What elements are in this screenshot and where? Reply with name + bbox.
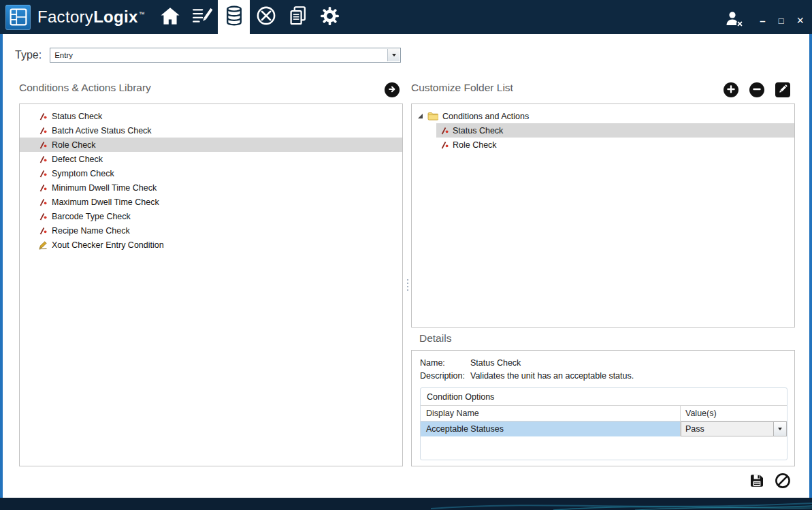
condition-icon [38, 140, 48, 150]
window-frame-bottom [0, 498, 812, 510]
library-item-label: Xout Checker Entry Condition [52, 240, 164, 250]
condition-icon [38, 212, 48, 221]
app-title-bold: Logix [93, 7, 138, 26]
library-item[interactable]: Barcode Type Check [20, 209, 402, 223]
library-item-label: Maximum Dwell Time Check [52, 197, 159, 207]
library-item[interactable]: Status Check [20, 109, 402, 123]
folder-icon [427, 112, 438, 121]
close-button[interactable]: × [796, 14, 804, 27]
value-combo[interactable]: Pass [681, 421, 787, 436]
detail-description-value: Validates the unit has an acceptable sta… [470, 371, 634, 381]
settings-icon [319, 5, 340, 29]
move-right-icon [388, 84, 396, 96]
folder-actions [411, 82, 795, 97]
library-item-label: Symptom Check [52, 169, 114, 178]
condition-icon [38, 226, 48, 236]
library-title: Conditions & Actions Library [19, 82, 151, 94]
type-select[interactable]: Entry [50, 48, 401, 63]
panel-splitter[interactable] [404, 103, 410, 466]
cancel-button[interactable] [775, 473, 791, 492]
library-item[interactable]: Minimum Dwell Time Check [20, 180, 402, 195]
condition-icon [38, 126, 48, 136]
nav-settings[interactable] [314, 0, 346, 34]
library-icon [225, 5, 243, 29]
library-item[interactable]: Symptom Check [20, 166, 402, 180]
nav-work-instructions[interactable] [186, 0, 218, 34]
library-item-label: Status Check [52, 112, 102, 121]
nav-documents[interactable] [282, 0, 314, 34]
condition-icon [440, 126, 449, 136]
tree-root-label: Conditions and Actions [442, 112, 529, 121]
condition-icon [38, 112, 48, 121]
options-table-header: Display Name Value(s) [421, 406, 787, 421]
library-item[interactable]: Role Check [20, 138, 402, 152]
option-value-cell: Pass [681, 421, 787, 436]
user-signout-button[interactable] [724, 10, 744, 31]
folder-tree: Conditions and Actions Status CheckRole … [411, 103, 795, 328]
library-item[interactable]: Xout Checker Entry Condition [20, 238, 402, 252]
titlebar-right: – □ × [724, 0, 804, 34]
content-panel: Type: Entry Conditions & Actions Library… [3, 34, 809, 498]
remove-folder-item-button[interactable] [749, 82, 764, 97]
tree-root-node[interactable]: Conditions and Actions [412, 109, 794, 123]
app-window: FactoryLogix™ [0, 0, 812, 510]
condition-options-group: Condition Options Display Name Value(s) … [420, 387, 787, 460]
signature-icon [38, 240, 48, 250]
add-folder-item-icon [727, 84, 735, 96]
library-item-label: Barcode Type Check [52, 212, 131, 221]
edit-folder-item-button[interactable] [775, 82, 790, 97]
condition-icon [440, 140, 449, 150]
add-folder-item-button[interactable] [724, 82, 738, 97]
detail-name-label: Name: [420, 358, 470, 368]
condition-options-title: Condition Options [421, 388, 787, 405]
condition-icon [38, 169, 48, 178]
column-header-display-name: Display Name [421, 406, 681, 421]
move-right-button[interactable] [385, 82, 400, 97]
details-box: Name: Status Check Description: Validate… [411, 350, 795, 466]
tree-child-label: Role Check [453, 140, 497, 150]
type-label: Type: [15, 49, 42, 61]
column-header-values: Value(s) [681, 406, 787, 421]
option-display-name-cell[interactable]: Acceptable Statuses [421, 421, 681, 436]
tree-children: Status CheckRole Check [412, 123, 794, 152]
save-button[interactable] [749, 473, 764, 491]
minimize-button[interactable]: – [760, 16, 765, 26]
condition-icon [38, 183, 48, 193]
library-item[interactable]: Maximum Dwell Time Check [20, 195, 402, 209]
detail-name-value: Status Check [470, 358, 521, 368]
maximize-button[interactable]: □ [779, 16, 784, 25]
library-item[interactable]: Recipe Name Check [20, 223, 402, 238]
nav-library[interactable] [218, 0, 250, 34]
user-signout-icon [724, 10, 744, 31]
library-item[interactable]: Defect Check [20, 152, 402, 166]
tree-child-node[interactable]: Role Check [436, 138, 794, 152]
save-icon [749, 473, 764, 491]
main-nav [154, 0, 346, 34]
type-row: Type: Entry [15, 48, 401, 63]
value-combo-text: Pass [685, 424, 704, 434]
cancel-icon [775, 473, 791, 492]
footer-actions [411, 473, 795, 492]
nav-production[interactable] [250, 0, 282, 34]
dropdown-arrow-icon [773, 422, 786, 436]
app-title-regular: Factory [37, 7, 93, 26]
edit-folder-item-icon [779, 84, 787, 96]
condition-icon [38, 155, 48, 164]
expander-icon[interactable] [418, 114, 423, 118]
factorylogix-logo-icon [5, 5, 31, 30]
dropdown-arrow-icon [387, 49, 400, 61]
library-list: Status CheckBatch Active Status CheckRol… [19, 103, 403, 466]
decorative-curves [431, 498, 812, 510]
type-select-value: Entry [54, 51, 73, 59]
tree-child-node[interactable]: Status Check [436, 123, 794, 138]
library-item-label: Role Check [52, 140, 96, 150]
library-item-label: Recipe Name Check [52, 226, 130, 236]
titlebar: FactoryLogix™ [0, 0, 812, 34]
library-item-label: Batch Active Status Check [52, 126, 152, 136]
library-item[interactable]: Batch Active Status Check [20, 123, 402, 138]
condition-options-table: Display Name Value(s) Acceptable Statuse… [421, 405, 787, 460]
nav-home[interactable] [154, 0, 186, 34]
library-item-label: Minimum Dwell Time Check [52, 183, 157, 193]
window-frame-right [809, 34, 812, 498]
options-table-rows: Acceptable StatusesPass [421, 421, 787, 436]
